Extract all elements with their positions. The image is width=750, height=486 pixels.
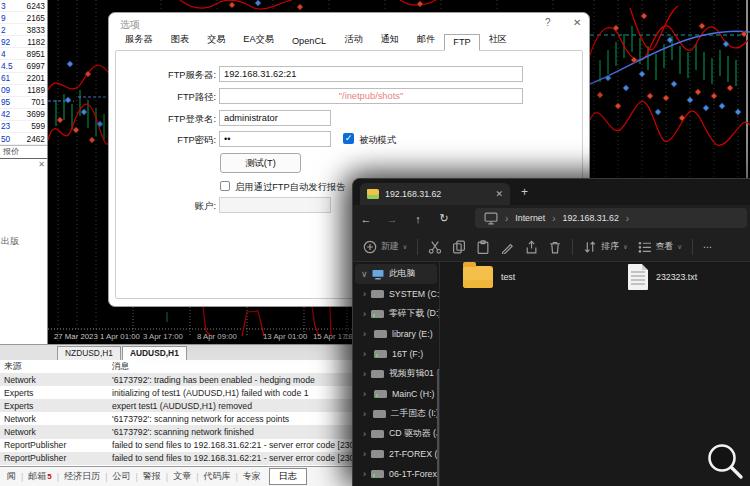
chevron-right-icon[interactable]: › xyxy=(363,369,366,379)
sidebar-item-drive-c[interactable]: ›SYSTEM (C:) xyxy=(353,284,439,304)
address-input[interactable]: › Internet › 192.168.31.62 › xyxy=(475,208,747,228)
tab-ftp[interactable]: FTP xyxy=(444,34,479,51)
chevron-right-icon[interactable]: › xyxy=(363,389,369,399)
tab-server[interactable]: 服务器 xyxy=(116,30,162,50)
market-watch-row[interactable]: 48951 xyxy=(0,48,47,60)
chevron-right-icon[interactable]: › xyxy=(363,329,369,339)
tab-notifications[interactable]: 通知 xyxy=(372,30,408,50)
sidebar-item-drive-j[interactable]: ›CD 驱动器 (J:) xyxy=(353,424,439,444)
file-tile-test-folder[interactable]: test xyxy=(463,266,515,288)
explorer-sidebar: ∨ 此电脑 ›SYSTEM (C:) ›零碎下载 (D:) ›library (… xyxy=(353,262,440,486)
chevron-right-icon[interactable]: › xyxy=(363,409,368,419)
tab-company[interactable]: 公司 xyxy=(107,469,135,484)
sidebar-item-drive-d[interactable]: ›零碎下载 (D:) xyxy=(353,304,439,324)
axis-tick: 13 Apr 01:00 xyxy=(263,332,307,341)
more-options-button[interactable]: ⋯ xyxy=(703,242,712,252)
ftp-password-input[interactable] xyxy=(219,131,331,147)
auto-publish-label: 启用通过FTP自动发行报告 xyxy=(235,181,346,194)
magnifier-icon[interactable] xyxy=(703,439,749,485)
market-watch-row[interactable]: 92165 xyxy=(0,12,47,24)
chevron-right-icon[interactable]: › xyxy=(363,349,369,359)
market-watch-row[interactable]: 4.56997 xyxy=(0,60,47,72)
ftp-login-input[interactable] xyxy=(219,110,331,126)
tab-alerts[interactable]: 警报 xyxy=(138,469,166,484)
drive-icon xyxy=(374,390,387,398)
tab-codebase[interactable]: 代码库 xyxy=(199,469,236,484)
market-watch-row[interactable]: 23833 xyxy=(0,24,47,36)
sort-button[interactable]: 排序∨ xyxy=(583,240,627,254)
sidebar-scrollbar[interactable] xyxy=(437,370,440,486)
new-tab-button[interactable]: + xyxy=(521,185,528,199)
market-watch-row[interactable]: 23599 xyxy=(0,121,47,133)
tab-nzdusd-h1[interactable]: NZDUSD,H1 xyxy=(57,346,121,360)
close-icon[interactable]: ✕ xyxy=(573,17,581,28)
share-icon[interactable] xyxy=(524,240,538,254)
market-watch-row[interactable]: 612201 xyxy=(0,73,47,85)
tab-calendar[interactable]: 经济日历 xyxy=(59,469,105,484)
tab-events[interactable]: 活动 xyxy=(335,30,371,50)
copy-icon[interactable] xyxy=(452,240,466,254)
explorer-tab[interactable]: 192.168.31.62 ✕ xyxy=(360,183,510,205)
tab-experts[interactable]: 专家 xyxy=(238,469,266,484)
sidebar-item-drive-i[interactable]: ›二手固态 (I:) xyxy=(353,404,439,424)
chevron-right-icon[interactable]: › xyxy=(363,289,366,299)
account-input[interactable] xyxy=(219,197,331,213)
close-icon[interactable]: ✕ xyxy=(38,160,45,169)
tab-trade[interactable]: 交易 xyxy=(198,30,234,50)
sidebar-item-drive-l[interactable]: ›06-1T-Forex ( xyxy=(353,464,439,484)
up-icon[interactable]: ↑ xyxy=(405,213,431,225)
back-icon[interactable]: ← xyxy=(353,213,379,225)
tab-audusd-h1[interactable]: AUDUSD,H1 xyxy=(122,346,187,360)
new-button[interactable]: 新建∨ xyxy=(363,240,407,254)
passive-mode-checkbox[interactable]: ✓ xyxy=(343,133,354,144)
chevron-down-icon[interactable]: ∨ xyxy=(361,269,367,279)
view-button[interactable]: 查看∨ xyxy=(638,240,682,254)
chevron-right-icon[interactable]: › xyxy=(363,429,366,439)
delete-icon[interactable] xyxy=(548,240,562,254)
market-watch-row[interactable]: 091189 xyxy=(0,85,47,97)
tab-journal[interactable]: 日志 xyxy=(269,468,307,485)
breadcrumb-host[interactable]: 192.168.31.62 xyxy=(563,213,619,223)
tab-ea[interactable]: EA交易 xyxy=(234,30,283,50)
cut-icon[interactable] xyxy=(428,240,442,254)
tab-opencl[interactable]: OpenCL xyxy=(283,33,335,50)
market-watch-row[interactable]: 95701 xyxy=(0,97,47,109)
tab-community[interactable]: 社区 xyxy=(480,30,516,50)
sidebar-item-drive-g[interactable]: ›视频剪辑01 (G xyxy=(353,364,439,384)
market-watch-row[interactable]: 423699 xyxy=(0,109,47,121)
refresh-icon[interactable]: ↻ xyxy=(431,212,457,225)
paste-icon[interactable] xyxy=(476,240,490,254)
forward-icon[interactable]: → xyxy=(379,213,405,225)
drive-icon xyxy=(371,310,384,318)
list-view-icon xyxy=(638,240,652,254)
sidebar-item-drive-f[interactable]: ›16T (F:) xyxy=(353,344,439,364)
tab-charts[interactable]: 图表 xyxy=(162,30,198,50)
market-watch-row[interactable]: 502462 xyxy=(0,133,47,145)
auto-publish-checkbox[interactable] xyxy=(220,181,230,191)
market-watch-row[interactable]: 36243 xyxy=(0,0,47,12)
test-button[interactable]: 测试(T) xyxy=(220,153,301,173)
chevron-right-icon[interactable]: › xyxy=(363,449,366,459)
ftp-path-input[interactable] xyxy=(219,88,523,104)
breadcrumb-internet[interactable]: Internet xyxy=(515,213,545,223)
help-icon[interactable]: ? xyxy=(545,17,551,28)
rename-icon[interactable] xyxy=(500,240,514,254)
axis-tick: 8 Apr 09:00 xyxy=(197,332,237,341)
mailbox-badge: 5 xyxy=(47,472,51,481)
file-tile-txt[interactable]: 232323.txt xyxy=(628,264,697,290)
sidebar-item-drive-h[interactable]: ›MainC (H:) xyxy=(353,384,439,404)
chevron-right-icon[interactable]: › xyxy=(363,309,366,319)
tab-news[interactable]: 闻 xyxy=(2,469,21,484)
close-icon[interactable]: ✕ xyxy=(495,189,503,199)
panel-text-fragment: 出版 xyxy=(1,235,19,248)
market-watch-tab-fragment[interactable]: 报价 xyxy=(0,145,47,156)
tab-mailbox[interactable]: 邮箱5 xyxy=(23,469,56,484)
sidebar-item-this-pc[interactable]: ∨ 此电脑 xyxy=(355,264,437,284)
tab-articles[interactable]: 文章 xyxy=(168,469,196,484)
sidebar-item-drive-e[interactable]: ›library (E:) xyxy=(353,324,439,344)
ftp-server-input[interactable] xyxy=(219,66,523,82)
chevron-right-icon[interactable]: › xyxy=(363,469,366,479)
sidebar-item-drive-k[interactable]: ›2T-FOREX (K:) xyxy=(353,444,439,464)
market-watch-row[interactable]: 921182 xyxy=(0,36,47,48)
tab-email[interactable]: 邮件 xyxy=(408,30,444,50)
